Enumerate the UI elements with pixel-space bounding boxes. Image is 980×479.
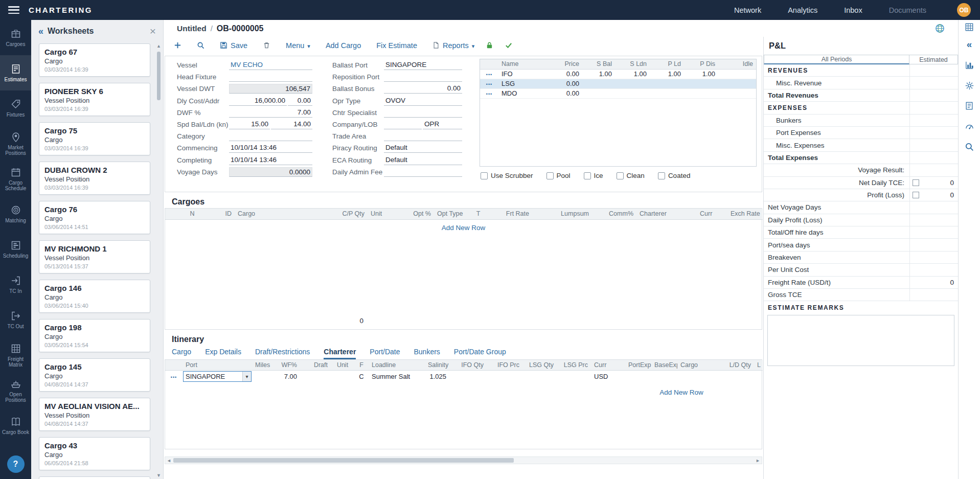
estimate-remarks-input[interactable] bbox=[767, 315, 954, 366]
help-button[interactable]: ? bbox=[7, 455, 25, 473]
bunker-idle[interactable] bbox=[718, 69, 756, 79]
bunker-row-mdo[interactable]: MDO 0.00 bbox=[480, 88, 756, 98]
sidebar-item-tc-in[interactable]: TC In bbox=[0, 267, 31, 302]
sidebar-item-cargoes[interactable]: Cargoes bbox=[0, 20, 31, 55]
checkbox[interactable] bbox=[546, 172, 554, 179]
bunker-p-dis[interactable]: 1.00 bbox=[684, 69, 718, 79]
worksheet-card[interactable]: Cargo 146 Cargo 03/06/2014 15:40 bbox=[39, 280, 150, 313]
bunker-p-ld[interactable] bbox=[650, 88, 684, 98]
analytics-chart-icon[interactable] bbox=[959, 55, 980, 75]
scroll-up-icon[interactable] bbox=[156, 43, 161, 49]
row-menu-icon[interactable] bbox=[486, 80, 492, 87]
worksheet-card[interactable]: ARNICA 2 bbox=[39, 476, 150, 479]
bunker-p-dis[interactable] bbox=[684, 79, 718, 88]
spd-laden-field[interactable]: 14.00 bbox=[271, 120, 312, 129]
checkbox[interactable] bbox=[617, 172, 624, 179]
bunker-price[interactable]: 0.00 bbox=[546, 79, 582, 88]
bunker-row-ifo[interactable]: IFO 0.00 1.00 1.00 1.00 1.00 bbox=[480, 69, 756, 79]
scrollbar-thumb[interactable] bbox=[173, 458, 514, 463]
itinerary-add-row-link[interactable]: Add New Row bbox=[659, 389, 703, 396]
spd-ballast-field[interactable]: 15.00 bbox=[229, 120, 270, 129]
scrollbar-thumb[interactable] bbox=[157, 52, 161, 100]
worksheet-card[interactable]: Cargo 43 Cargo 06/05/2014 21:58 bbox=[39, 437, 150, 470]
worksheet-card[interactable]: Cargo 145 Cargo 04/08/2014 14:37 bbox=[39, 358, 150, 392]
worksheet-card[interactable]: PIONEER SKY 6 Vessel Position 03/03/2014… bbox=[39, 83, 150, 116]
worksheet-card[interactable]: Cargo 76 Cargo 03/06/2014 14:51 bbox=[39, 201, 150, 234]
worksheet-card[interactable]: Cargo 75 Cargo 03/03/2014 16:39 bbox=[39, 122, 150, 155]
itinerary-tab[interactable]: Port/Date bbox=[370, 348, 400, 359]
add-cargo-button[interactable]: Add Cargo bbox=[326, 41, 361, 50]
table-grid-icon[interactable] bbox=[959, 20, 980, 34]
reports-button[interactable]: Reports bbox=[432, 41, 474, 50]
checkbox[interactable] bbox=[481, 172, 488, 179]
itin-cargo[interactable] bbox=[677, 370, 722, 382]
chevron-down-icon[interactable] bbox=[242, 372, 251, 381]
commencing-field[interactable]: 10/10/14 13:46 bbox=[229, 143, 312, 153]
add-button[interactable] bbox=[174, 41, 181, 49]
vessel-option[interactable]: Coated bbox=[658, 172, 691, 179]
checkbox[interactable] bbox=[658, 172, 665, 179]
bunker-idle[interactable] bbox=[718, 79, 756, 88]
collapse-panel-icon[interactable] bbox=[38, 26, 43, 37]
sidebar-item-fixtures[interactable]: Fixtures bbox=[0, 90, 31, 126]
worksheets-scrollbar[interactable] bbox=[155, 43, 163, 478]
nav-inbox[interactable]: Inbox bbox=[844, 6, 862, 14]
nav-analytics[interactable]: Analytics bbox=[788, 6, 817, 14]
vessel-option[interactable]: Use Scrubber bbox=[481, 172, 533, 179]
reposition-port-field[interactable] bbox=[384, 72, 462, 82]
worksheet-card[interactable]: MV AEOLIAN VISION AE... Vessel Position … bbox=[39, 398, 150, 431]
sidebar-item-cargo-schedule[interactable]: Cargo Schedule bbox=[0, 161, 31, 196]
bunker-p-ld[interactable]: 1.00 bbox=[650, 69, 684, 79]
globe-icon[interactable] bbox=[935, 24, 945, 33]
itin-ld-qty[interactable] bbox=[722, 370, 754, 382]
pnl-period-selector[interactable]: All Periods bbox=[764, 55, 909, 64]
bunker-s-ldn[interactable] bbox=[615, 88, 650, 98]
worksheet-card[interactable]: DUBAI CROWN 2 Vessel Position 03/03/2014… bbox=[39, 162, 150, 195]
piracy-routing-field[interactable]: Default bbox=[384, 143, 462, 153]
horizontal-scrollbar[interactable] bbox=[165, 457, 762, 464]
save-button[interactable]: Save bbox=[220, 41, 247, 50]
itin-curr[interactable]: USD bbox=[591, 370, 625, 382]
ballast-bonus-field[interactable]: 0.00 bbox=[384, 84, 462, 94]
bunker-row-lsg[interactable]: LSG 0.00 bbox=[480, 79, 756, 88]
chtr-specialist-field[interactable] bbox=[384, 108, 462, 118]
scroll-down-icon[interactable] bbox=[156, 473, 161, 478]
bunker-p-ld[interactable] bbox=[650, 79, 684, 88]
fix-estimate-button[interactable]: Fix Estimate bbox=[376, 41, 417, 50]
head-fixture-field[interactable] bbox=[229, 72, 312, 82]
itin-draft[interactable] bbox=[300, 370, 331, 382]
itin-loadline[interactable]: Summer Salt bbox=[369, 370, 425, 382]
itin-salinity[interactable]: 1.025 bbox=[425, 370, 449, 382]
worksheet-card[interactable]: Cargo 67 Cargo 03/03/2014 16:39 bbox=[39, 43, 150, 77]
gauge-icon[interactable] bbox=[959, 116, 980, 136]
search-button[interactable] bbox=[197, 41, 204, 49]
sidebar-item-cargo-book[interactable]: Cargo Book bbox=[0, 408, 31, 443]
row-menu-icon[interactable] bbox=[486, 70, 492, 78]
checkbox[interactable] bbox=[584, 172, 591, 179]
completing-field[interactable]: 10/10/14 13:46 bbox=[229, 155, 312, 165]
itin-baseexp[interactable] bbox=[651, 370, 677, 382]
ballast-port-field[interactable]: SINGAPORE bbox=[384, 60, 462, 70]
worksheet-card[interactable]: MV RICHMOND 1 Vessel Position 05/13/2014… bbox=[39, 240, 150, 273]
pnl-row-checkbox[interactable] bbox=[913, 192, 919, 198]
sidebar-item-freight-matrix[interactable]: Freight Matrix bbox=[0, 337, 31, 373]
bunker-price[interactable]: 0.00 bbox=[546, 69, 582, 79]
bunker-s-bal[interactable]: 1.00 bbox=[582, 69, 615, 79]
scroll-left-icon[interactable] bbox=[167, 458, 171, 464]
bunker-price[interactable]: 0.00 bbox=[546, 88, 582, 98]
sidebar-item-tc-out[interactable]: TC Out bbox=[0, 302, 31, 337]
search-icon[interactable] bbox=[959, 136, 980, 157]
user-avatar[interactable]: OB bbox=[957, 3, 971, 17]
nav-network[interactable]: Network bbox=[734, 6, 761, 14]
lob-field[interactable]: OPR bbox=[423, 120, 462, 129]
itinerary-tab[interactable]: Cargo bbox=[172, 348, 191, 359]
eca-routing-field[interactable]: Default bbox=[384, 155, 462, 165]
sidebar-item-estimates[interactable]: Estimates bbox=[0, 55, 31, 90]
bunker-s-bal[interactable] bbox=[582, 88, 615, 98]
vessel-option[interactable]: Ice bbox=[584, 172, 603, 179]
vessel-option[interactable]: Clean bbox=[617, 172, 645, 179]
itinerary-tab[interactable]: Bunkers bbox=[414, 348, 440, 359]
bunker-idle[interactable] bbox=[718, 88, 756, 98]
itin-wf[interactable]: 7.00 bbox=[270, 370, 300, 382]
itinerary-row[interactable]: SINGAPORE 7.00 C Summer Salt 1.025 bbox=[165, 370, 763, 382]
